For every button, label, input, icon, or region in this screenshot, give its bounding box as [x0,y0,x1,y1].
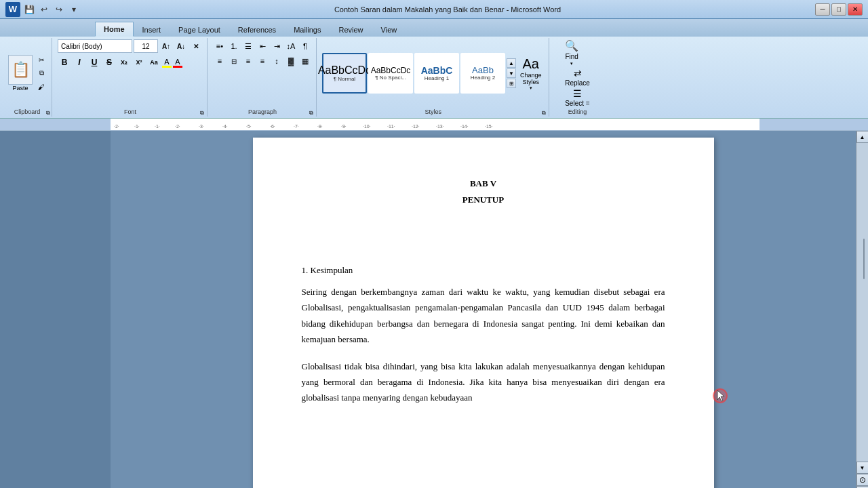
undo-button[interactable]: ↩ [38,3,50,16]
numbered-list-button[interactable]: 1. [227,39,241,53]
scroll-prev-page[interactable]: ⊙ [856,474,869,486]
minimize-button[interactable]: ─ [815,3,830,16]
clipboard-sub: ✂ ⧉ 🖌 [35,54,47,93]
document[interactable]: BAB V PENUTUP 1. Kesimpulan Seiring deng… [253,138,714,488]
find-dropdown: ▾ [570,61,573,66]
tab-home[interactable]: Home [95,22,134,37]
tab-view[interactable]: View [372,22,406,37]
titlebar-left: W 💾 ↩ ↪ ▾ [5,2,80,17]
format-painter-button[interactable]: 🖌 [35,81,47,93]
style-heading1-preview: AaBbC [421,66,453,75]
styles-group-content: AaBbCcDc ¶ Normal AaBbCcDc ¶ No Spaci...… [322,39,545,117]
font-name-input[interactable] [58,39,132,53]
styles-expand[interactable]: ⧉ [542,110,549,117]
find-label: Find [565,53,578,60]
ruler-mark-6: ·7· [294,124,299,129]
highlight-button[interactable]: A [162,58,172,68]
align-right-button[interactable]: ≡ [241,54,255,68]
font-color-icon: A [175,58,180,66]
change-styles-button[interactable]: Aa ChangeStyles ▾ [517,54,545,94]
show-formatting-button[interactable]: ¶ [298,39,312,53]
find-button[interactable]: 🔍 Find ▾ [565,39,578,66]
style-heading1-label: Heading 1 [425,75,449,81]
style-heading2[interactable]: AaBb Heading 2 [460,53,505,94]
align-left-button[interactable]: ≡ [213,54,226,68]
cut-button[interactable]: ✂ [35,54,47,66]
styles-up-arrow[interactable]: ▲ [507,58,516,68]
highlight-underbar [162,66,172,68]
paste-button[interactable]: 📋 Paste [7,55,34,92]
borders-button[interactable]: ▦ [298,54,312,68]
font-size-input[interactable] [134,39,158,53]
ruler: ·2· ·1· ·1· ·2· ·3· ·4· ·5· ·6· ·7· ·8· … [0,119,868,131]
ruler-mark-8: ·9· [341,124,347,129]
sort-button[interactable]: ↕A [284,39,298,53]
styles-more-arrow[interactable]: ⊞ [507,79,516,88]
justify-button[interactable]: ≡ [256,54,269,68]
save-button[interactable]: 💾 [23,3,35,16]
font-color-button[interactable]: A [173,58,182,68]
tab-mailings[interactable]: Mailings [285,22,330,37]
clear-formatting[interactable]: ✕ [189,39,203,53]
styles-label: Styles [318,108,549,115]
maximize-button[interactable]: □ [831,3,846,16]
style-heading1[interactable]: AaBbC Heading 1 [414,53,459,94]
find-icon: 🔍 [565,39,578,52]
qat-dropdown[interactable]: ▾ [68,3,80,16]
window-controls: ─ □ ✕ [815,3,863,16]
bullet-list-button[interactable]: ≡• [213,39,226,53]
scroll-up-button[interactable]: ▲ [856,131,869,143]
style-normal[interactable]: AaBbCcDc ¶ Normal [322,53,367,94]
ruler-mark-4: ·5· [246,124,252,129]
main-area: BAB V PENUTUP 1. Kesimpulan Seiring deng… [0,131,868,488]
scroll-thumb[interactable] [863,239,865,279]
ruler-mark-7: ·8· [317,124,323,129]
tab-pagelayout[interactable]: Page Layout [170,22,229,37]
tab-references[interactable]: References [229,22,285,37]
line-spacing-button[interactable]: ↕ [270,54,283,68]
shading-button[interactable]: ▓ [284,54,298,68]
ruler-mark-5: ·6· [270,124,275,129]
close-button[interactable]: ✕ [848,3,863,16]
styles-down-arrow[interactable]: ▼ [507,68,516,78]
doc-title-penutup: PENUTUP [302,195,665,205]
increase-indent-button[interactable]: ⇥ [270,39,283,53]
ruler-right-margin [760,119,868,130]
bold-button[interactable]: B [58,56,71,69]
window-title: Contoh Saran dalam Makalah yang Baik dan… [80,5,815,14]
ruler-mark-13: ·14· [460,124,469,129]
superscript-button[interactable]: X² [132,56,146,69]
font-size-up[interactable]: A↑ [159,39,173,53]
doc-list-kesimpulan: 1. Kesimpulan [302,265,665,276]
tab-review[interactable]: Review [330,22,372,37]
paragraph-expand[interactable]: ⧉ [309,110,316,117]
ruler-mark-14: ·15· [485,124,493,129]
paragraph-group: ≡• 1. ☰ ⇤ ⇥ ↕A ¶ ≡ ⊟ ≡ ≡ ↕ ▓ ▦ [209,38,317,117]
scroll-down-button[interactable]: ▼ [856,462,869,474]
select-button[interactable]: ☰ Select = [565,88,589,107]
paste-icon: 📋 [8,55,33,85]
italic-button[interactable]: I [73,56,86,69]
subscript-button[interactable]: X₂ [117,56,131,69]
style-nospacing[interactable]: AaBbCcDc ¶ No Spaci... [368,53,413,94]
paragraph-label: Paragraph [209,108,316,115]
copy-button[interactable]: ⧉ [35,67,47,79]
font-expand[interactable]: ⧉ [200,110,207,117]
clipboard-expand[interactable]: ⧉ [45,110,52,117]
strikethrough-button[interactable]: S [102,56,116,69]
replace-button[interactable]: ⇄ Replace [565,68,590,87]
doc-para-2: Globalisasi tidak bisa dihindari, yang b… [302,359,665,406]
multilevel-list-button[interactable]: ☰ [241,39,255,53]
tab-insert[interactable]: Insert [134,22,170,37]
align-center-button[interactable]: ⊟ [227,54,241,68]
decrease-indent-button[interactable]: ⇤ [256,39,269,53]
redo-button[interactable]: ↪ [53,3,65,16]
clipboard-group: 📋 Paste ✂ ⧉ 🖌 Clipboard ⧉ [3,38,52,117]
style-nospacing-label: ¶ No Spaci... [375,75,406,81]
change-case-button[interactable]: Aa [147,56,161,69]
underline-button[interactable]: U [87,56,101,69]
style-heading2-preview: AaBb [472,66,494,75]
select-label: Select = [565,100,589,107]
font-size-down[interactable]: A↓ [174,39,188,53]
ruler-left-margin [0,119,111,130]
